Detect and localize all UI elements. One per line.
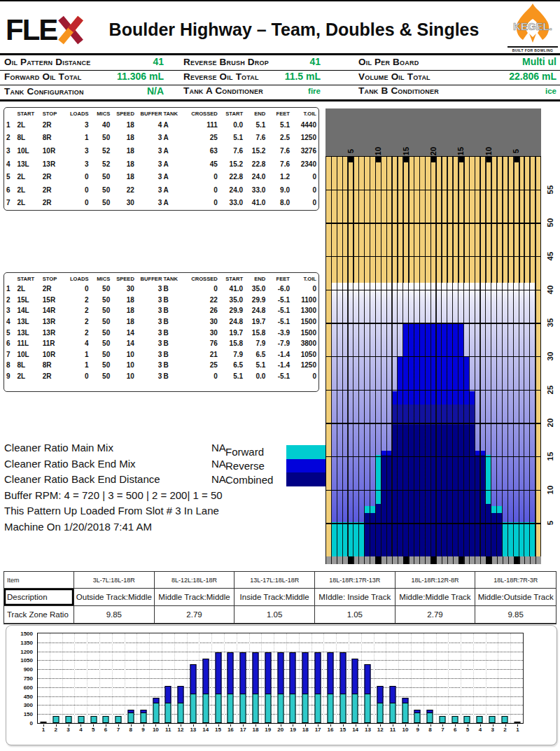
buffer-rpm-note: Buffer RPM: 4 = 720 | 3 = 500 | 2 = 200|… <box>4 489 319 505</box>
table-cell: 22.8 <box>218 170 244 183</box>
x-tick-label: 19 <box>287 724 300 733</box>
bar-reverse <box>290 652 296 694</box>
x-tick-label: 14 <box>349 724 362 733</box>
table-cell: -5.1 <box>266 371 290 382</box>
table-row: 12L2R050303B041.035.0-6.00 <box>6 283 317 295</box>
table-cell: 8L <box>16 132 41 145</box>
x-tick-label: 8 <box>125 724 137 733</box>
bar-stack <box>227 652 234 723</box>
chart-bar-slot <box>237 633 249 723</box>
y-tick-label: 1200 <box>20 649 33 655</box>
table-cell: 0 <box>185 371 218 382</box>
pin-deck: 510152015105 <box>326 108 541 156</box>
x-tick-label: 18 <box>299 724 312 733</box>
table-cell: 3 <box>135 170 162 183</box>
table-cell: 1100 <box>290 295 317 306</box>
chart-y-axis-labels: 01503004506007509001050120013501500 <box>6 633 34 724</box>
x-tick-label: 13 <box>362 724 374 733</box>
table-cell: 8.0 <box>266 197 290 210</box>
info-cell: Tank ConfigurationN/A <box>4 85 164 100</box>
board-number-label: 10 <box>374 146 382 156</box>
bar-reverse <box>153 698 159 704</box>
info-label: Reverse Oil Total <box>183 71 259 82</box>
table-cell: 18 <box>111 295 135 306</box>
distance-label: 5 <box>546 515 556 531</box>
table-cell: A <box>162 132 184 145</box>
bar-stack <box>78 716 84 723</box>
info-value: N/A <box>147 85 164 97</box>
table-cell: 3 <box>67 144 89 157</box>
table-cell: B <box>162 295 184 306</box>
ratio-value: NA <box>211 442 226 454</box>
table-cell: 2 <box>6 132 16 145</box>
bar-stack <box>514 722 520 723</box>
bar-forward <box>402 703 408 723</box>
table-cell: 3 <box>135 183 162 197</box>
bar-forward <box>340 694 346 723</box>
table-cell: 7 <box>6 197 16 210</box>
bar-forward <box>389 703 396 723</box>
distance-gridline <box>326 356 541 357</box>
table-cell: -1.4 <box>266 349 290 360</box>
bar-forward <box>252 694 258 723</box>
table-cell: 13L <box>16 157 41 171</box>
table-cell: A <box>162 118 184 132</box>
table-cell: 3 <box>135 283 162 295</box>
bar-stack <box>140 710 146 723</box>
table-cell: 1050 <box>290 349 317 360</box>
table-cell: 7.6 <box>218 144 244 157</box>
table-cell: 3 <box>135 132 162 145</box>
distance-label: 35 <box>546 315 556 330</box>
table-cell: 24.8 <box>218 316 244 328</box>
bar-reverse <box>178 686 184 704</box>
table-cell: 0.0 <box>218 118 244 132</box>
legend-swatch <box>286 459 327 473</box>
bar-reverse <box>365 664 371 694</box>
table-cell: 35.0 <box>244 283 266 295</box>
column-header: TANK <box>162 110 184 118</box>
table-cell: 26 <box>185 305 218 316</box>
table-cell: 8R <box>42 360 67 371</box>
y-tick-label: 900 <box>24 666 33 673</box>
distance-gridline <box>326 490 541 491</box>
table-cell: 3 <box>135 349 162 360</box>
table-cell: 13L <box>16 327 41 338</box>
table-cell: -5.1 <box>266 316 290 328</box>
table-cell: 15.8 <box>244 327 266 338</box>
table-cell: 4 <box>6 157 16 171</box>
distance-gridline <box>326 423 541 423</box>
table-cell: 2 <box>67 305 89 316</box>
bar-forward <box>414 713 421 724</box>
bar-stack <box>178 686 184 723</box>
table-cell: 5.1 <box>218 371 244 382</box>
table-cell: 5 <box>6 170 16 183</box>
x-tick-label: 1 <box>37 724 50 733</box>
x-tick-label: 11 <box>386 724 399 733</box>
bar-reverse <box>352 659 358 694</box>
table-cell: 50 <box>90 305 111 316</box>
forward-loads-table: STARTSTOPLOADSMICSSPEEDBUFFERTANKCROSSED… <box>6 110 317 209</box>
bar-forward <box>178 703 184 723</box>
track-cell: MIddle: Inside Track <box>315 589 396 606</box>
info-value: ice <box>545 87 556 95</box>
page-title: Boulder Highway – Team, Doubles & Single… <box>98 20 490 40</box>
table-cell: 2R <box>42 283 67 295</box>
column-header: T.OIL <box>290 275 317 283</box>
bar-stack <box>41 722 47 723</box>
track-row-header: Track Zone Ratio <box>4 606 74 624</box>
table-cell: 1 <box>67 132 89 145</box>
distance-gridline <box>326 223 541 223</box>
table-cell: 40 <box>90 118 111 132</box>
bar-stack <box>240 652 246 723</box>
table-cell: 1.2 <box>266 170 290 183</box>
distance-gridline <box>326 190 541 190</box>
chart-bar-slot <box>386 633 398 723</box>
ratio-value: NA <box>211 458 226 470</box>
ratio-label: Cleaner Ratio Main Mix <box>4 442 211 454</box>
track-cell: 13L-17L:18L-18R <box>234 572 315 589</box>
y-tick-label: 750 <box>24 675 33 682</box>
pattern-loaded-note-line1: This Pattern Up Loaded From Slot # 3 In … <box>4 505 319 521</box>
table-cell: 2 <box>67 316 89 328</box>
track-cell: Middle Track:Middle <box>155 589 235 606</box>
bar-forward <box>190 694 196 723</box>
